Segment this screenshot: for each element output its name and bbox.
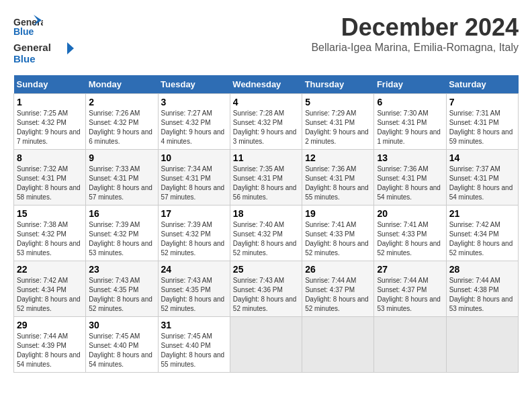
day-of-week-header: Saturday [446,75,518,94]
calendar-day-cell: 26Sunrise: 7:44 AMSunset: 4:37 PMDayligh… [302,261,374,317]
svg-marker-5 [67,42,74,54]
calendar-day-cell: 22Sunrise: 7:42 AMSunset: 4:34 PMDayligh… [14,261,86,317]
day-info: Sunrise: 7:27 AMSunset: 4:32 PMDaylight:… [161,109,227,146]
day-number: 27 [377,264,443,275]
empty-cell [374,317,446,373]
day-info: Sunrise: 7:43 AMSunset: 4:35 PMDaylight:… [89,276,154,314]
empty-cell [230,317,302,373]
day-info: Sunrise: 7:39 AMSunset: 4:32 PMDaylight:… [161,220,227,258]
day-info: Sunrise: 7:44 AMSunset: 4:38 PMDaylight:… [449,276,515,314]
day-number: 30 [89,320,154,330]
day-info: Sunrise: 7:36 AMSunset: 4:31 PMDaylight:… [305,165,371,202]
calendar-day-cell: 23Sunrise: 7:43 AMSunset: 4:35 PMDayligh… [86,261,158,317]
logo-full: General Blue [13,39,74,66]
calendar-day-cell: 4Sunrise: 7:28 AMSunset: 4:32 PMDaylight… [230,94,302,150]
day-info: Sunrise: 7:43 AMSunset: 4:35 PMDaylight:… [161,276,227,314]
day-info: Sunrise: 7:33 AMSunset: 4:31 PMDaylight:… [89,165,154,202]
day-of-week-header: Sunday [14,75,86,94]
day-number: 25 [233,264,299,275]
calendar-day-cell: 21Sunrise: 7:42 AMSunset: 4:34 PMDayligh… [446,205,518,261]
calendar-day-cell: 30Sunrise: 7:45 AMSunset: 4:40 PMDayligh… [86,317,158,373]
day-number: 3 [161,97,227,107]
day-info: Sunrise: 7:45 AMSunset: 4:40 PMDaylight:… [161,332,227,369]
svg-text:General: General [13,42,51,53]
day-info: Sunrise: 7:37 AMSunset: 4:31 PMDaylight:… [449,165,515,202]
calendar-day-cell: 11Sunrise: 7:35 AMSunset: 4:31 PMDayligh… [230,150,302,205]
day-info: Sunrise: 7:41 AMSunset: 4:33 PMDaylight:… [377,220,443,258]
day-info: Sunrise: 7:40 AMSunset: 4:32 PMDaylight:… [233,220,299,258]
day-number: 31 [161,320,227,330]
calendar-day-cell: 31Sunrise: 7:45 AMSunset: 4:40 PMDayligh… [158,317,230,373]
empty-cell [302,317,374,373]
calendar-day-cell: 2Sunrise: 7:26 AMSunset: 4:32 PMDaylight… [86,94,158,150]
day-info: Sunrise: 7:42 AMSunset: 4:34 PMDaylight:… [449,220,515,258]
calendar-table: SundayMondayTuesdayWednesdayThursdayFrid… [13,75,519,373]
calendar-day-cell: 5Sunrise: 7:29 AMSunset: 4:31 PMDaylight… [302,94,374,150]
day-info: Sunrise: 7:31 AMSunset: 4:31 PMDaylight:… [449,109,515,146]
calendar-day-cell: 3Sunrise: 7:27 AMSunset: 4:32 PMDaylight… [158,94,230,150]
calendar-day-cell: 20Sunrise: 7:41 AMSunset: 4:33 PMDayligh… [374,205,446,261]
calendar-day-cell: 14Sunrise: 7:37 AMSunset: 4:31 PMDayligh… [446,150,518,205]
calendar-day-cell: 19Sunrise: 7:41 AMSunset: 4:33 PMDayligh… [302,205,374,261]
title-block: December 2024 Bellaria-Igea Marina, Emil… [311,13,519,54]
day-number: 24 [161,264,227,275]
day-info: Sunrise: 7:38 AMSunset: 4:32 PMDaylight:… [17,220,83,258]
day-of-week-header: Friday [374,75,446,94]
logo: General Blue General Blue [13,13,74,68]
day-number: 22 [17,264,83,275]
day-info: Sunrise: 7:44 AMSunset: 4:37 PMDaylight:… [377,276,443,314]
calendar-day-cell: 7Sunrise: 7:31 AMSunset: 4:31 PMDaylight… [446,94,518,150]
day-info: Sunrise: 7:41 AMSunset: 4:33 PMDaylight:… [305,220,371,258]
page-header: General Blue General Blue December 2024 … [13,13,519,68]
day-info: Sunrise: 7:29 AMSunset: 4:31 PMDaylight:… [305,109,371,146]
calendar-day-cell: 1Sunrise: 7:25 AMSunset: 4:32 PMDaylight… [14,94,86,150]
day-info: Sunrise: 7:44 AMSunset: 4:39 PMDaylight:… [17,332,83,369]
calendar-day-cell: 18Sunrise: 7:40 AMSunset: 4:32 PMDayligh… [230,205,302,261]
day-number: 26 [305,264,371,275]
day-number: 4 [233,97,299,107]
day-number: 16 [89,208,154,219]
calendar-day-cell: 10Sunrise: 7:34 AMSunset: 4:31 PMDayligh… [158,150,230,205]
day-number: 15 [17,208,83,219]
day-number: 1 [17,97,83,107]
day-of-week-header: Wednesday [230,75,302,94]
day-number: 12 [305,152,371,163]
calendar-day-cell: 15Sunrise: 7:38 AMSunset: 4:32 PMDayligh… [14,205,86,261]
day-number: 11 [233,152,299,163]
day-info: Sunrise: 7:35 AMSunset: 4:31 PMDaylight:… [233,165,299,202]
calendar-day-cell: 13Sunrise: 7:36 AMSunset: 4:31 PMDayligh… [374,150,446,205]
calendar-day-cell: 12Sunrise: 7:36 AMSunset: 4:31 PMDayligh… [302,150,374,205]
day-info: Sunrise: 7:30 AMSunset: 4:31 PMDaylight:… [377,109,443,146]
day-info: Sunrise: 7:44 AMSunset: 4:37 PMDaylight:… [305,276,371,314]
day-info: Sunrise: 7:25 AMSunset: 4:32 PMDaylight:… [17,109,83,146]
day-number: 13 [377,152,443,163]
day-info: Sunrise: 7:28 AMSunset: 4:32 PMDaylight:… [233,109,299,146]
day-number: 19 [305,208,371,219]
calendar-day-cell: 16Sunrise: 7:39 AMSunset: 4:32 PMDayligh… [86,205,158,261]
day-of-week-header: Tuesday [158,75,230,94]
empty-cell [446,317,518,373]
day-number: 18 [233,208,299,219]
calendar-day-cell: 24Sunrise: 7:43 AMSunset: 4:35 PMDayligh… [158,261,230,317]
calendar-day-cell: 9Sunrise: 7:33 AMSunset: 4:31 PMDaylight… [86,150,158,205]
day-info: Sunrise: 7:34 AMSunset: 4:31 PMDaylight:… [161,165,227,202]
day-info: Sunrise: 7:43 AMSunset: 4:36 PMDaylight:… [233,276,299,314]
month-title: December 2024 [311,13,519,42]
svg-text:Blue: Blue [13,26,34,37]
day-number: 9 [89,152,154,163]
day-info: Sunrise: 7:45 AMSunset: 4:40 PMDaylight:… [89,332,154,369]
day-number: 10 [161,152,227,163]
calendar-day-cell: 25Sunrise: 7:43 AMSunset: 4:36 PMDayligh… [230,261,302,317]
day-number: 28 [449,264,515,275]
calendar-day-cell: 6Sunrise: 7:30 AMSunset: 4:31 PMDaylight… [374,94,446,150]
location-title: Bellaria-Igea Marina, Emilia-Romagna, It… [311,42,519,54]
day-number: 29 [17,320,83,330]
logo-icon: General Blue [13,13,43,38]
calendar-day-cell: 28Sunrise: 7:44 AMSunset: 4:38 PMDayligh… [446,261,518,317]
day-number: 14 [449,152,515,163]
day-number: 20 [377,208,443,219]
calendar-day-cell: 27Sunrise: 7:44 AMSunset: 4:37 PMDayligh… [374,261,446,317]
day-number: 6 [377,97,443,107]
day-number: 7 [449,97,515,107]
day-info: Sunrise: 7:39 AMSunset: 4:32 PMDaylight:… [89,220,154,258]
